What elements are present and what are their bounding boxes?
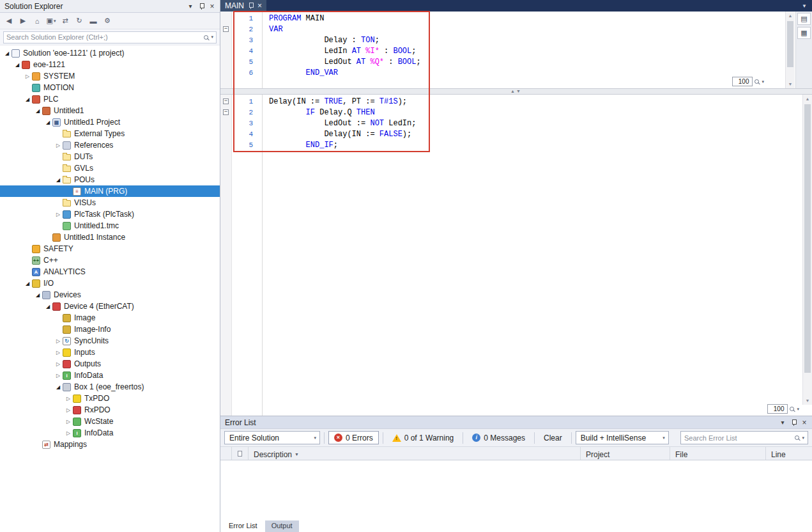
description-column-header[interactable]: Description ▼ <box>249 447 581 460</box>
expand-arrow-icon[interactable]: ▷ <box>54 361 63 367</box>
tree-item-main-prg[interactable]: ≡MAIN (PRG) <box>0 185 220 197</box>
tree-item-gvls[interactable]: GVLs <box>0 162 220 174</box>
tree-item-device-4-ethercat[interactable]: ◢Device 4 (EtherCAT) <box>0 301 220 312</box>
expand-arrow-icon[interactable]: ▷ <box>64 396 73 402</box>
collapse-arrow-icon[interactable]: ◢ <box>13 62 22 68</box>
tree-item-duts[interactable]: DUTs <box>0 151 220 162</box>
expand-arrow-icon[interactable]: ▷ <box>54 350 63 356</box>
code-line-5[interactable]: 5 END_IF; <box>220 139 812 150</box>
solution-explorer-title-bar[interactable]: Solution Explorer ▾ × <box>0 0 220 13</box>
tabular-view-icon[interactable]: ▦ <box>797 27 811 39</box>
sync-with-active-document-icon[interactable]: ⇄ <box>59 15 72 27</box>
tree-item-devices[interactable]: ◢Devices <box>0 289 220 301</box>
tree-item-references[interactable]: ▷References <box>0 139 220 151</box>
code-line-1[interactable]: 1PROGRAM MAIN <box>220 13 812 24</box>
implementation-code-pane[interactable]: −1Delay(IN := TRUE, PT := T#1S);−2 IF De… <box>220 95 812 416</box>
bottom-tab-error-list[interactable]: Error List <box>222 520 264 532</box>
window-position-chevron-icon[interactable]: ▾ <box>185 1 195 11</box>
file-column-header[interactable]: File <box>670 447 766 460</box>
declaration-scrollbar[interactable]: ▲ ▼ <box>785 12 795 88</box>
search-icon[interactable] <box>204 35 208 40</box>
expand-arrow-icon[interactable]: ▷ <box>64 430 73 436</box>
code-text[interactable]: PROGRAM MAIN <box>262 14 324 23</box>
refresh-icon[interactable]: ↻ <box>73 15 86 27</box>
expand-arrow-icon[interactable]: ▷ <box>54 212 63 217</box>
zoom-level[interactable]: 100 <box>732 77 753 86</box>
window-position-chevron-icon[interactable]: ▾ <box>778 418 788 427</box>
collapse-arrow-icon[interactable]: ◢ <box>54 384 63 390</box>
pin-tab-icon[interactable] <box>248 3 254 10</box>
collapse-arrow-icon[interactable]: ◢ <box>33 108 42 114</box>
collapse-all-icon[interactable]: ▬ <box>87 15 100 27</box>
zoom-level[interactable]: 100 <box>767 404 788 414</box>
pin-icon[interactable] <box>196 1 206 11</box>
tab-main[interactable]: MAIN × <box>220 0 266 12</box>
severity-column-header[interactable] <box>232 447 249 460</box>
error-list-grid-body[interactable] <box>220 460 812 520</box>
implementation-zoom-control[interactable]: 100 ▾ <box>767 404 799 414</box>
line-column-header[interactable]: Line <box>766 447 812 460</box>
collapse-arrow-icon[interactable]: ◢ <box>54 177 63 183</box>
collapse-arrow-icon[interactable]: ◢ <box>33 292 42 298</box>
back-icon[interactable]: ◀ <box>3 15 15 27</box>
tree-item-solution-eoe-1121-1-project[interactable]: ◢Solution 'eoe-1121' (1 project) <box>0 47 220 59</box>
expand-arrow-icon[interactable]: ▷ <box>64 407 73 413</box>
tree-item-untitled1-tmc[interactable]: Untitled1.tmc <box>0 220 220 231</box>
code-line-3[interactable]: 3 LedOut := NOT LedIn; <box>220 118 812 129</box>
search-box[interactable]: ▾ <box>3 31 217 43</box>
forward-icon[interactable]: ▶ <box>17 15 29 27</box>
expand-arrow-icon[interactable]: ▷ <box>64 419 73 425</box>
build-intellisense-dropdown[interactable]: Build + IntelliSense ▾ <box>576 431 669 444</box>
tree-item-external-types[interactable]: External Types <box>0 128 220 139</box>
splitter-grip-icon[interactable]: ▲▼ <box>510 89 522 94</box>
code-line-6[interactable]: 6 END_VAR <box>220 67 812 78</box>
close-icon[interactable]: × <box>799 418 809 427</box>
search-options-chevron-icon[interactable]: ▾ <box>802 435 804 441</box>
editor-splitter[interactable]: ▲▼ <box>220 88 812 95</box>
bottom-tab-output[interactable]: Output <box>265 520 299 532</box>
expand-arrow-icon[interactable]: ▷ <box>23 74 32 79</box>
code-text[interactable]: IF Delay.Q THEN <box>262 108 375 117</box>
collapse-arrow-icon[interactable]: ◢ <box>3 51 11 56</box>
fold-toggle-icon[interactable]: − <box>220 109 231 115</box>
error-list-search-input[interactable] <box>684 434 795 442</box>
project-column-header[interactable]: Project <box>581 447 670 460</box>
code-line-4[interactable]: 4 LedIn AT %I* : BOOL; <box>220 45 812 56</box>
close-icon[interactable]: × <box>207 1 217 11</box>
implementation-editor[interactable]: −1Delay(IN := TRUE, PT := T#1S);−2 IF De… <box>220 95 812 416</box>
search-input[interactable] <box>6 33 204 41</box>
tree-item-infodata[interactable]: ▷iInfoData <box>0 370 220 381</box>
tree-item-untitled1[interactable]: ◢Untitled1 <box>0 105 220 116</box>
switch-views-icon[interactable]: ▣▾ <box>45 15 57 27</box>
tree-item-untitled1-project[interactable]: ◢▦Untitled1 Project <box>0 116 220 128</box>
declaration-editor[interactable]: 1PROGRAM MAIN−2VAR3 Delay : TON;4 LedIn … <box>220 12 812 88</box>
code-text[interactable]: Delay(IN := FALSE); <box>262 130 411 139</box>
fold-toggle-icon[interactable]: − <box>220 26 231 32</box>
tree-item-outputs[interactable]: ▷Outputs <box>0 358 220 370</box>
collapse-arrow-icon[interactable]: ◢ <box>43 120 52 125</box>
scroll-up-icon[interactable]: ▲ <box>803 95 812 103</box>
scroll-down-icon[interactable]: ▼ <box>803 396 812 405</box>
properties-icon[interactable]: ⚙ <box>101 15 114 27</box>
close-tab-icon[interactable]: × <box>257 2 262 10</box>
code-text[interactable]: Delay : TON; <box>262 36 379 45</box>
code-text[interactable]: LedOut AT %Q* : BOOL; <box>262 58 421 66</box>
collapse-arrow-icon[interactable]: ◢ <box>23 97 32 102</box>
messages-filter-button[interactable]: 0 Messages <box>467 431 530 444</box>
tree-item-rxpdo[interactable]: ▷RxPDO <box>0 404 220 416</box>
code-line-4[interactable]: 4 Delay(IN := FALSE); <box>220 129 812 139</box>
errors-filter-button[interactable]: 0 Errors <box>328 431 379 444</box>
tree-item-image-info[interactable]: Image-Info <box>0 324 220 335</box>
code-text[interactable]: END_IF; <box>262 141 338 150</box>
scope-filter-dropdown[interactable]: Entire Solution ▾ <box>224 431 320 444</box>
tree-item-eoe-1121[interactable]: ◢eoe-1121 <box>0 59 220 70</box>
tab-list-chevron-icon[interactable]: ▼ <box>797 0 812 12</box>
expand-arrow-icon[interactable]: ▷ <box>54 373 63 379</box>
tree-item-mappings[interactable]: ⇄Mappings <box>0 439 220 450</box>
code-line-5[interactable]: 5 LedOut AT %Q* : BOOL; <box>220 56 812 67</box>
collapse-arrow-icon[interactable]: ◢ <box>23 281 32 286</box>
collapse-arrow-icon[interactable]: ◢ <box>43 304 52 309</box>
expand-arrow-icon[interactable]: ▷ <box>54 338 63 344</box>
code-line-1[interactable]: −1Delay(IN := TRUE, PT := T#1S); <box>220 96 812 107</box>
code-text[interactable]: Delay(IN := TRUE, PT := T#1S); <box>262 97 407 106</box>
